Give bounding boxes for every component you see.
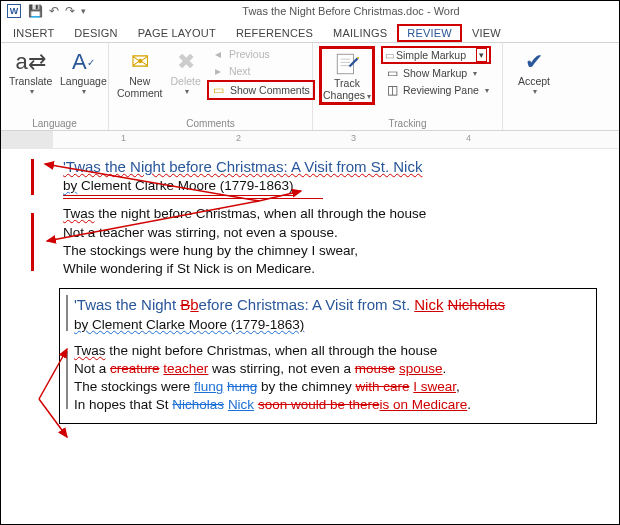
new-comment-label-2: Comment (117, 88, 163, 100)
inset-l2-del2: mouse (355, 361, 396, 376)
new-comment-button[interactable]: ✉ New Comment (115, 46, 165, 101)
group-comments: ✉ New Comment ✖ Delete ▾ ◂ Previous ▸ Ne… (109, 43, 313, 130)
new-comment-label-1: New (129, 76, 150, 88)
show-markup-button[interactable]: ▭ Show Markup ▾ (381, 65, 493, 81)
inset-title-del: B (180, 296, 190, 313)
tab-references[interactable]: REFERENCES (226, 24, 323, 42)
author-by: by (63, 178, 77, 193)
inset-title-a: 'Twas the Night (74, 296, 180, 313)
delete-comment-button[interactable]: ✖ Delete ▾ (169, 46, 203, 98)
inset-l3-ins2: I swear (413, 379, 456, 394)
accept-button[interactable]: ✔ Accept ▾ (509, 46, 559, 98)
reviewing-pane-button[interactable]: ◫ Reviewing Pane ▾ (381, 82, 493, 98)
show-markup-icon: ▭ (385, 66, 399, 80)
tab-design[interactable]: DESIGN (64, 24, 127, 42)
inset-line-1: Twas the night before Christmas, when al… (74, 342, 586, 360)
markup-mode-icon: ▭ (385, 50, 394, 61)
accept-label: Accept (518, 76, 550, 88)
inset-l2-a: Not a (74, 361, 110, 376)
inset-title-nick: Nick (414, 296, 443, 313)
author-name: Clement Clarke Moore (81, 178, 216, 193)
inset-l2-del1: creature (110, 361, 160, 376)
next-icon: ▸ (211, 64, 225, 78)
track-changes-button[interactable]: Track Changes▾ (319, 46, 375, 105)
show-comments-button[interactable]: ▭ Show Comments (207, 80, 315, 100)
doc-line-2: Not a teacher was stirring, not even a s… (63, 224, 599, 242)
chevron-down-icon: ▾ (485, 86, 489, 95)
inset-l4-del2: soon would be there (258, 397, 380, 412)
group-changes: ✔ Accept ▾ (503, 43, 565, 130)
inset-l3-ins: flung (194, 379, 223, 394)
document-area[interactable]: 'Twas the Night before Christmas: A Visi… (1, 149, 619, 434)
show-markup-label: Show Markup (403, 67, 467, 79)
inset-line-2: Not a creature teacher was stirring, not… (74, 360, 586, 378)
change-bar[interactable] (66, 295, 68, 331)
all-markup-inset: 'Twas the Night Bbefore Christmas: A Vis… (59, 288, 597, 423)
ribbon-tabs: INSERT DESIGN PAGE LAYOUT REFERENCES MAI… (1, 21, 619, 43)
track-changes-label-2: Changes (323, 89, 365, 101)
inset-l3-del2: with care (355, 379, 409, 394)
inset-l3-a: The stockings were (74, 379, 194, 394)
group-comments-label: Comments (115, 117, 306, 129)
next-comment-button[interactable]: ▸ Next (207, 63, 315, 79)
language-button[interactable]: A✓ Language ▾ (58, 46, 108, 98)
ribbon: a⇄ Translate ▾ A✓ Language ▾ Language ✉ … (1, 43, 619, 131)
chevron-down-icon: ▾ (473, 69, 477, 78)
undo-icon[interactable]: ↶ (49, 4, 59, 18)
previous-label: Previous (229, 48, 270, 60)
new-comment-icon: ✉ (131, 48, 149, 76)
doc-line-3: The stockings were hung by the chimney I… (63, 242, 599, 260)
horizontal-rule (63, 198, 323, 199)
track-changes-icon (334, 50, 360, 78)
qat-dropdown-icon[interactable]: ▾ (81, 6, 86, 16)
previous-comment-button[interactable]: ◂ Previous (207, 46, 315, 62)
inset-title: 'Twas the Night Bbefore Christmas: A Vis… (74, 295, 586, 315)
tab-page-layout[interactable]: PAGE LAYOUT (128, 24, 226, 42)
inset-line-3: The stockings were flung hung by the chi… (74, 378, 586, 396)
markup-mode-value: Simple Markup (396, 49, 476, 61)
accept-icon: ✔ (525, 48, 543, 76)
inset-l4-a: In hopes that St (74, 397, 172, 412)
reviewing-pane-icon: ◫ (385, 83, 399, 97)
window-title: Twas the Night Before Christmas.doc - Wo… (89, 5, 613, 17)
change-bar[interactable] (31, 213, 34, 271)
inset-l3-b: by the chimney (257, 379, 355, 394)
chevron-down-icon: ▾ (533, 88, 537, 97)
author-dates: (1779-1863) (220, 178, 294, 193)
inset-l4-c: . (467, 397, 471, 412)
tab-review[interactable]: REVIEW (397, 24, 462, 42)
previous-icon: ◂ (211, 47, 225, 61)
chevron-down-icon: ▾ (185, 88, 189, 97)
show-comments-label: Show Comments (230, 84, 310, 96)
group-changes-label (509, 128, 559, 129)
doc-l1-rest: the night before Christmas, when all thr… (98, 206, 426, 221)
chevron-down-icon[interactable]: ▾ (476, 48, 487, 62)
group-language: a⇄ Translate ▾ A✓ Language ▾ Language (1, 43, 109, 130)
save-icon[interactable]: 💾 (28, 4, 43, 18)
chevron-down-icon: ▾ (82, 88, 86, 97)
doc-l1-first: Twas (63, 206, 95, 221)
doc-author-line: by Clement Clarke Moore (1779-1863) (63, 177, 599, 196)
change-bar[interactable] (31, 159, 34, 195)
redo-icon[interactable]: ↷ (65, 4, 75, 18)
tab-view[interactable]: VIEW (462, 24, 511, 42)
markup-mode-dropdown[interactable]: ▭ Simple Markup ▾ (381, 46, 491, 64)
inset-author: by Clement Clarke Moore (1779-1863) (74, 316, 586, 334)
ruler[interactable]: 1 2 3 4 (1, 131, 619, 149)
inset-line-4: In hopes that St Nicholas Nick soon woul… (74, 396, 586, 414)
inset-l2-ins1: teacher (163, 361, 208, 376)
next-label: Next (229, 65, 251, 77)
inset-author-text: by Clement Clarke Moore (1779-1863) (74, 317, 304, 332)
inset-l4-del1: Nicholas (172, 397, 224, 412)
inset-l4-ins2: is on Medicare (379, 397, 467, 412)
chevron-down-icon: ▾ (30, 88, 34, 97)
doc-title-text: 'Twas the Night before Christmas: A Visi… (63, 158, 422, 175)
inset-title-ins: b (190, 296, 198, 313)
translate-button[interactable]: a⇄ Translate ▾ (7, 46, 54, 98)
delete-comment-icon: ✖ (177, 48, 195, 76)
inset-l4-ins1: Nick (228, 397, 254, 412)
change-bar[interactable] (66, 351, 68, 409)
tab-insert[interactable]: INSERT (3, 24, 64, 42)
language-icon: A✓ (72, 48, 95, 76)
tab-mailings[interactable]: MAILINGS (323, 24, 397, 42)
